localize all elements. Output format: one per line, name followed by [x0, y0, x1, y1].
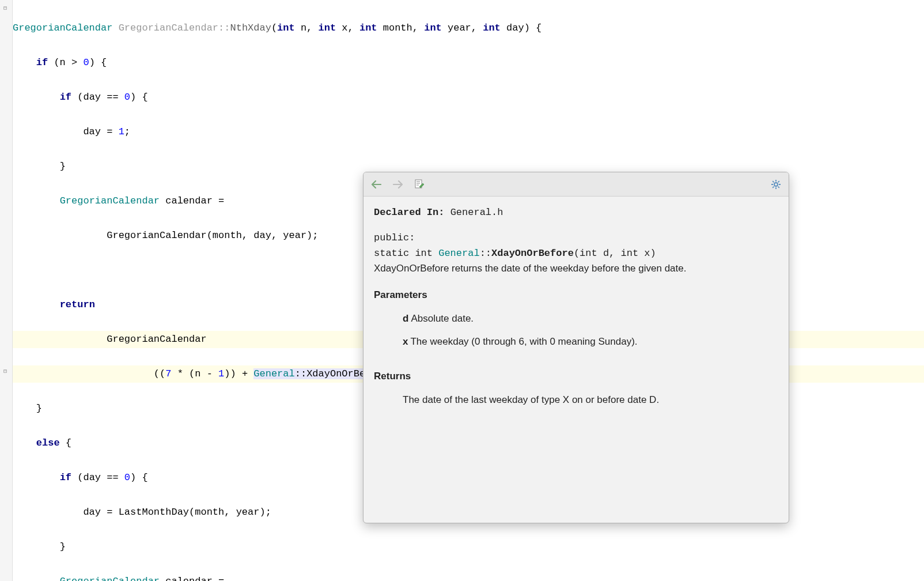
parameters-heading: Parameters	[374, 288, 778, 303]
fold-close-icon[interactable]: ⊟	[3, 368, 7, 375]
signature-name: XdayOnOrBefore	[491, 248, 574, 259]
code-line: }	[13, 538, 924, 556]
back-icon[interactable]	[370, 179, 382, 190]
svg-line-9	[772, 186, 774, 187]
doc-content: Declared In: General.h public: static in…	[363, 197, 789, 416]
svg-line-8	[778, 181, 779, 182]
svg-point-1	[774, 183, 778, 186]
code-line: if (n > 0) {	[13, 54, 924, 71]
code-line: GregorianCalendar calendar =	[13, 573, 924, 581]
param-entry: xThe weekday (0 through 6, with 0 meanin…	[403, 334, 778, 349]
doc-toolbar	[363, 172, 789, 197]
fold-open-icon[interactable]: ⊟	[3, 5, 7, 12]
doc-description: XdayOnOrBefore returns the date of the w…	[374, 261, 778, 276]
signature-class: General	[438, 248, 479, 259]
gear-icon[interactable]	[770, 179, 782, 190]
code-line: if (day == 0) {	[13, 89, 924, 106]
declared-in-label: Declared In:	[374, 207, 444, 218]
svg-line-6	[772, 181, 774, 182]
access-modifier: public:	[374, 231, 778, 246]
code-line: GregorianCalendar GregorianCalendar::Nth…	[13, 20, 924, 37]
returns-description: The date of the last weekday of type X o…	[403, 393, 778, 408]
forward-icon[interactable]	[392, 179, 404, 190]
svg-line-7	[778, 186, 779, 187]
returns-heading: Returns	[374, 369, 778, 384]
quick-documentation-popup: Declared In: General.h public: static in…	[363, 172, 789, 523]
declared-in-file: General.h	[450, 207, 503, 218]
param-entry: dAbsolute date.	[403, 311, 778, 326]
editor-gutter: ⊟ ⊟	[0, 0, 13, 581]
edit-doc-icon[interactable]	[414, 179, 426, 190]
code-line: day = 1;	[13, 123, 924, 141]
